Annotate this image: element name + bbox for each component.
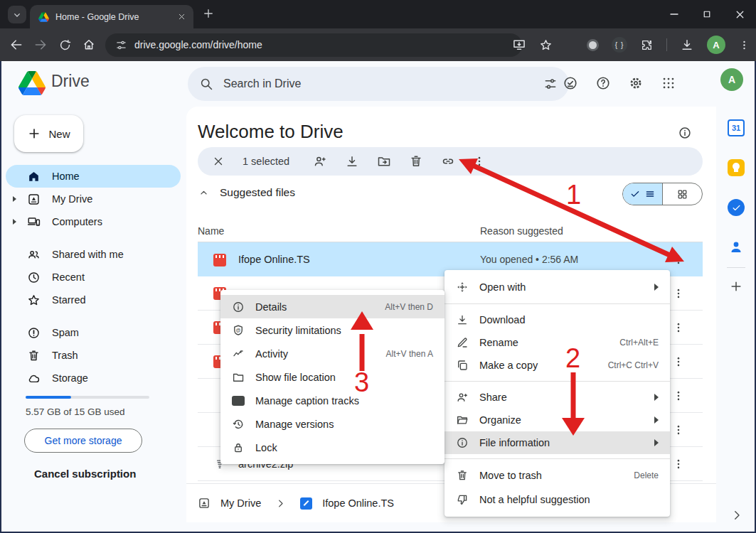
new-tab-button[interactable] <box>202 7 215 20</box>
sidebar-item-starred[interactable]: Starred <box>6 289 181 311</box>
tab-search-button[interactable] <box>8 6 26 23</box>
new-button[interactable]: New <box>14 115 83 152</box>
search-icon[interactable] <box>199 77 213 91</box>
sidebar-item-recent[interactable]: Recent <box>6 266 181 289</box>
browser-profile-avatar[interactable]: A <box>707 36 725 54</box>
table-header: Name Reason suggested <box>198 220 703 242</box>
file-name: Ifope Online.TS <box>238 254 310 265</box>
move-folder-icon[interactable] <box>377 154 391 168</box>
site-info-icon[interactable] <box>115 39 127 51</box>
shared-people-icon <box>27 248 41 262</box>
help-icon[interactable] <box>595 75 611 91</box>
trash-file-icon[interactable] <box>409 154 423 168</box>
expand-caret-icon[interactable] <box>13 219 16 225</box>
page-info-icon[interactable] <box>678 126 692 140</box>
submenu-item-manage-versions[interactable]: Manage versions <box>220 412 444 436</box>
row-kebab-icon[interactable] <box>672 253 685 266</box>
drive-logo <box>18 71 46 95</box>
more-actions-kebab-icon[interactable] <box>473 155 486 168</box>
address-bar[interactable]: drive.google.com/drive/home <box>105 33 522 57</box>
copy-link-icon[interactable] <box>441 154 455 168</box>
breadcrumb-file[interactable]: Ifope Online.TS <box>322 497 394 509</box>
bookmark-star-icon[interactable] <box>539 38 553 52</box>
menu-item-file-information[interactable]: File information <box>444 431 670 454</box>
row-kebab-icon[interactable] <box>672 458 685 470</box>
row-kebab-icon[interactable] <box>672 287 685 300</box>
view-toggle <box>622 183 703 205</box>
install-app-icon[interactable] <box>512 38 526 52</box>
sidebar-item-home[interactable]: Home <box>6 165 181 188</box>
downloads-icon[interactable] <box>680 38 694 52</box>
devtools-extension-icon[interactable]: { } <box>612 37 627 53</box>
submenu-item-lock[interactable]: Lock <box>220 436 444 459</box>
menu-item-open-with[interactable]: Open with <box>444 275 670 299</box>
menu-item-make-a-copy[interactable]: Make a copyCtrl+C Ctrl+V <box>444 354 670 377</box>
browser-menu-kebab-icon[interactable] <box>738 39 750 51</box>
forward-button[interactable] <box>28 38 53 52</box>
account-avatar[interactable]: A <box>720 68 743 91</box>
sidebar-item-my-drive[interactable]: My Drive <box>6 188 181 210</box>
contacts-icon[interactable] <box>728 239 745 256</box>
submenu-item-manage-caption-tracks[interactable]: CC Manage caption tracks <box>220 389 444 412</box>
grid-view-button[interactable] <box>663 183 702 205</box>
row-kebab-icon[interactable] <box>672 389 685 402</box>
storage-progress-fill <box>26 396 71 399</box>
menu-item-organize[interactable]: Organize <box>444 409 670 431</box>
download-file-icon[interactable] <box>345 154 359 168</box>
cancel-subscription-link[interactable]: Cancel subscription <box>34 468 136 480</box>
share-person-add-icon[interactable] <box>313 154 327 168</box>
sidebar-item-storage[interactable]: Storage <box>6 367 181 389</box>
google-apps-grid-icon[interactable] <box>661 75 676 91</box>
sidebar-item-label: Computers <box>52 216 102 227</box>
menu-item-rename[interactable]: RenameCtrl+Alt+E <box>444 331 670 354</box>
submenu-item-show-file-location[interactable]: Show file location <box>220 365 444 389</box>
submenu-item-activity[interactable]: ActivityAlt+V then A <box>220 342 444 365</box>
back-button[interactable] <box>4 38 28 52</box>
video-file-icon <box>213 254 226 266</box>
grid-view-icon <box>676 188 688 200</box>
expand-caret-icon[interactable] <box>13 196 16 202</box>
sidebar-item-label: Spam <box>52 327 79 338</box>
extensions-puzzle-icon[interactable] <box>640 38 654 52</box>
suggested-files-header[interactable]: Suggested files <box>198 186 295 199</box>
sidebar-item-spam[interactable]: Spam <box>6 321 181 344</box>
column-reason[interactable]: Reason suggested <box>480 225 563 237</box>
tasks-icon[interactable] <box>728 199 745 216</box>
submenu-item-details[interactable]: DetailsAlt+V then D <box>220 295 444 318</box>
list-view-button[interactable] <box>623 183 663 205</box>
clear-selection-icon[interactable] <box>212 155 225 168</box>
column-name[interactable]: Name <box>198 225 224 237</box>
settings-gear-icon[interactable] <box>628 75 644 91</box>
close-window-button[interactable] <box>723 0 756 28</box>
search-options-icon[interactable] <box>543 77 558 91</box>
menu-item-download[interactable]: Download <box>444 308 670 331</box>
row-kebab-icon[interactable] <box>672 424 685 436</box>
thumbs-down-icon <box>456 493 469 506</box>
sidebar-item-shared-with-me[interactable]: Shared with me <box>6 243 181 266</box>
maximize-button[interactable] <box>691 0 723 28</box>
extension-circle-icon[interactable] <box>587 39 599 51</box>
keep-icon[interactable] <box>728 159 745 176</box>
search-input[interactable]: Search in Drive <box>188 67 569 101</box>
add-app-icon[interactable] <box>729 279 743 294</box>
row-kebab-icon[interactable] <box>672 321 685 334</box>
menu-item-move-to-trash[interactable]: Move to trashDelete <box>444 463 670 488</box>
hide-side-panel-icon[interactable] <box>730 509 743 522</box>
offline-status-icon[interactable] <box>563 75 578 91</box>
reload-button[interactable] <box>53 38 77 52</box>
sidebar-item-trash[interactable]: Trash <box>6 344 181 367</box>
minimize-button[interactable] <box>658 0 691 28</box>
get-more-storage-button[interactable]: Get more storage <box>24 429 142 453</box>
submenu-item-security-limitations[interactable]: Security limitations <box>220 318 444 342</box>
collapse-chevron-icon[interactable] <box>198 187 210 199</box>
breadcrumb-root[interactable]: My Drive <box>220 497 261 509</box>
home-button[interactable] <box>77 38 101 52</box>
browser-tab[interactable]: Home - Google Drive <box>30 5 193 28</box>
menu-item-share[interactable]: Share <box>444 386 670 409</box>
tab-close-icon[interactable] <box>177 12 186 21</box>
calendar-icon[interactable]: 31 <box>728 119 745 136</box>
home-icon <box>27 170 41 183</box>
row-kebab-icon[interactable] <box>672 355 685 368</box>
sidebar-item-computers[interactable]: Computers <box>6 210 181 233</box>
menu-item-not-helpful[interactable]: Not a helpful suggestion <box>444 488 670 512</box>
